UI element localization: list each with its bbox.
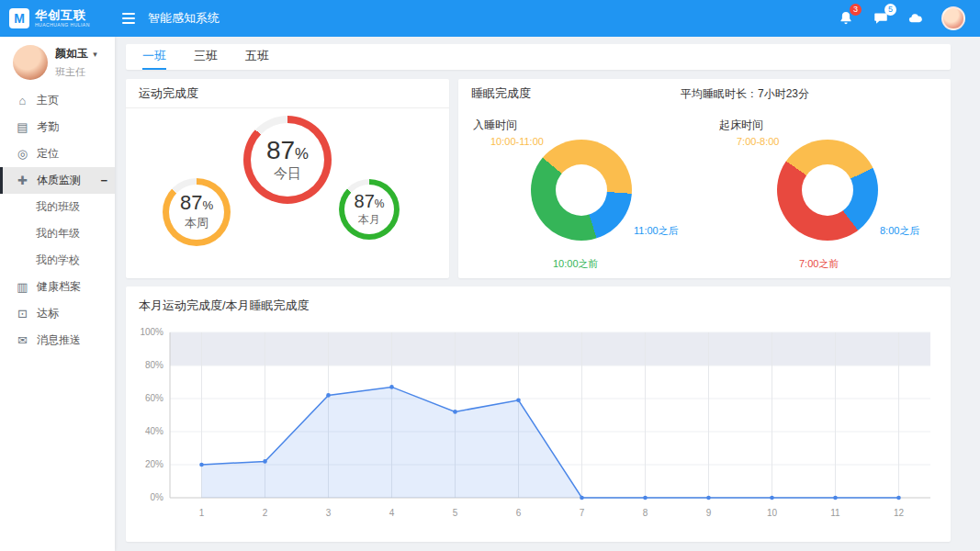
- main-content: 一班三班五班 运动完成度 87%今日87%本周87%本月 睡眠完成度 平均睡眠时…: [115, 37, 980, 551]
- dropdown-caret-icon: ▾: [93, 50, 97, 59]
- average-sleep-duration: 平均睡眠时长：7小时23分: [681, 86, 809, 102]
- sport-completion-card: 运动完成度 87%今日87%本周87%本月: [126, 79, 449, 278]
- donut-segment-label: 10:00之前: [553, 257, 599, 271]
- ring-label: 本周: [185, 215, 208, 231]
- physique-icon: ✚: [15, 174, 30, 187]
- svg-text:10: 10: [767, 508, 778, 518]
- sport-card-title: 运动完成度: [126, 79, 449, 108]
- brand-subtitle: HUACHUANG HULIAN: [35, 23, 90, 28]
- logo: M 华创互联 HUACHUANG HULIAN: [0, 8, 115, 28]
- svg-text:9: 9: [706, 508, 712, 518]
- notification-bell-icon[interactable]: 3: [837, 9, 855, 28]
- user-avatar: [13, 45, 48, 80]
- sleep-donuts: 入睡时间10:00-11:0011:00之后10:00之前起床时间7:00-8:…: [458, 108, 951, 278]
- monthly-completion-chart-card: 本月运动完成度/本月睡眠完成度 0%20%40%60%80%100%123456…: [126, 287, 951, 542]
- sleep-donut-block: 入睡时间10:00-11:0011:00之后10:00之前: [458, 108, 704, 278]
- message-icon[interactable]: 5: [872, 9, 890, 28]
- sidebar-subitem[interactable]: 我的学校: [0, 247, 115, 274]
- user-avatar-small[interactable]: [941, 6, 965, 30]
- donut-segment-label: 8:00之后: [880, 224, 919, 238]
- sidebar-item-archive[interactable]: ▥健康档案: [0, 274, 115, 300]
- svg-text:20%: 20%: [145, 459, 163, 469]
- sleep-card-title: 睡眠完成度: [471, 85, 531, 102]
- collapse-icon[interactable]: −: [100, 174, 107, 187]
- sidebar-item-label: 达标: [37, 306, 59, 321]
- logo-icon: M: [9, 8, 29, 28]
- sidebar-item-standard[interactable]: ⊡达标: [0, 300, 115, 327]
- brand-name: 华创互联: [35, 9, 99, 22]
- sidebar-profile: 颜如玉 ▾ 班主任: [0, 37, 115, 87]
- standard-icon: ⊡: [15, 307, 30, 320]
- svg-text:8: 8: [643, 508, 648, 518]
- svg-text:6: 6: [516, 508, 522, 518]
- svg-text:12: 12: [894, 508, 905, 518]
- menu-toggle-icon[interactable]: [122, 13, 135, 24]
- donut-title: 入睡时间: [473, 118, 517, 133]
- user-name-dropdown[interactable]: 颜如玉 ▾: [55, 46, 97, 62]
- sidebar-item-label: 主页: [37, 93, 59, 108]
- svg-text:100%: 100%: [140, 327, 163, 337]
- sidebar-item-physique[interactable]: ✚体质监测−: [0, 167, 115, 194]
- donut-segment-label: 7:00之前: [799, 257, 839, 271]
- sidebar-item-label: 体质监测: [37, 173, 81, 188]
- topbar: M 华创互联 HUACHUANG HULIAN 智能感知系统 3 5: [0, 0, 980, 37]
- tab-一班[interactable]: 一班: [142, 44, 166, 70]
- sleep-donut-block: 起床时间7:00-8:008:00之后7:00之前: [704, 108, 951, 278]
- user-name: 颜如玉: [55, 47, 88, 60]
- donut-segment-label: 11:00之后: [634, 224, 679, 238]
- svg-text:11: 11: [830, 508, 840, 518]
- svg-text:7: 7: [580, 508, 585, 518]
- sidebar-item-label: 定位: [37, 146, 59, 162]
- ring-value: 87%: [266, 138, 309, 163]
- svg-text:1: 1: [199, 508, 205, 518]
- sidebar-item-label: 健康档案: [37, 279, 81, 295]
- home-icon: ⌂: [15, 94, 30, 107]
- completion-line-chart: 0%20%40%60%80%100%123456789101112: [139, 321, 938, 525]
- sidebar-item-message[interactable]: ✉消息推送: [0, 327, 115, 354]
- sidebar-nav: ⌂主页▤考勤◎定位✚体质监测−我的班级我的年级我的学校▥健康档案⊡达标✉消息推送: [0, 87, 115, 354]
- svg-text:2: 2: [263, 508, 268, 518]
- attendance-icon: ▤: [15, 120, 30, 134]
- class-tabs: 一班三班五班: [126, 44, 951, 70]
- sidebar-item-label: 消息推送: [37, 332, 81, 348]
- sidebar-item-location[interactable]: ◎定位: [0, 141, 115, 167]
- sidebar-item-label: 考勤: [37, 119, 59, 135]
- ring-value: 87%: [180, 193, 213, 213]
- user-role: 班主任: [55, 65, 97, 79]
- donut-segment-label: 10:00-11:00: [490, 136, 544, 147]
- svg-text:80%: 80%: [145, 360, 163, 370]
- sidebar: 颜如玉 ▾ 班主任 ⌂主页▤考勤◎定位✚体质监测−我的班级我的年级我的学校▥健康…: [0, 37, 115, 551]
- donut-segment-label: 7:00-8:00: [737, 136, 779, 147]
- sidebar-subitem[interactable]: 我的年级: [0, 220, 115, 247]
- tab-三班[interactable]: 三班: [194, 44, 218, 70]
- sidebar-item-attendance[interactable]: ▤考勤: [0, 114, 115, 141]
- svg-text:5: 5: [453, 508, 458, 518]
- completion-ring: 87%本月: [339, 179, 400, 240]
- message-icon: ✉: [15, 333, 30, 347]
- svg-text:40%: 40%: [145, 426, 163, 436]
- sport-rings: 87%今日87%本周87%本月: [126, 108, 449, 277]
- message-badge: 5: [884, 4, 896, 16]
- archive-icon: ▥: [15, 280, 30, 294]
- notification-badge: 3: [850, 4, 862, 16]
- ring-value: 87%: [355, 192, 385, 210]
- tab-五班[interactable]: 五班: [245, 44, 269, 70]
- location-icon: ◎: [15, 147, 30, 161]
- completion-ring: 87%今日: [243, 116, 332, 204]
- sidebar-subitem[interactable]: 我的班级: [0, 194, 115, 220]
- svg-text:3: 3: [326, 508, 332, 518]
- completion-ring: 87%本周: [163, 178, 231, 246]
- cloud-icon[interactable]: [907, 9, 925, 28]
- svg-text:4: 4: [389, 508, 395, 518]
- topbar-actions: 3 5: [837, 6, 980, 30]
- sleep-completion-card: 睡眠完成度 平均睡眠时长：7小时23分 入睡时间10:00-11:0011:00…: [458, 79, 951, 278]
- chart-title: 本月运动完成度/本月睡眠完成度: [139, 298, 938, 314]
- sidebar-item-home[interactable]: ⌂主页: [0, 87, 115, 114]
- svg-text:0%: 0%: [151, 492, 164, 502]
- svg-text:60%: 60%: [145, 393, 163, 403]
- ring-label: 本月: [358, 212, 380, 228]
- ring-label: 今日: [274, 165, 301, 183]
- app-title: 智能感知系统: [148, 10, 220, 27]
- donut-title: 起床时间: [719, 118, 763, 133]
